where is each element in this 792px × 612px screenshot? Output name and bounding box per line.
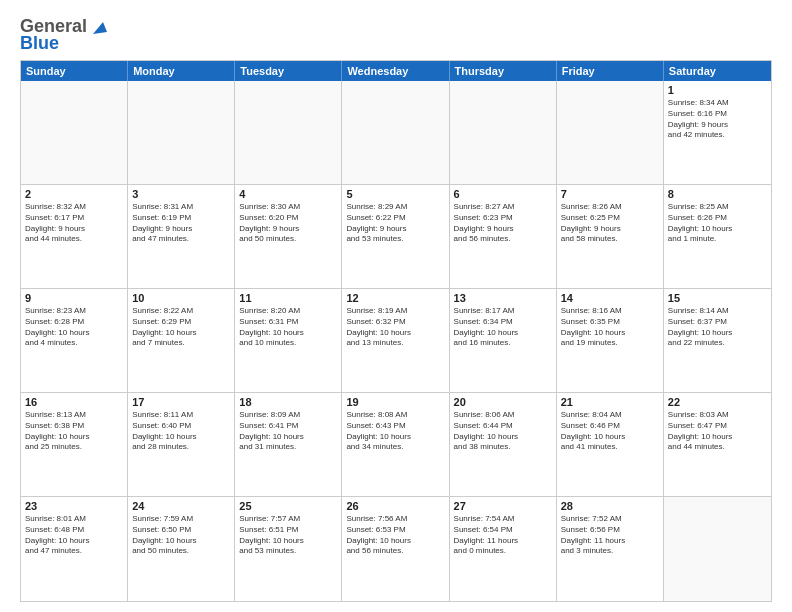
cell-info: Sunrise: 8:32 AM Sunset: 6:17 PM Dayligh… (25, 202, 123, 245)
day-number: 12 (346, 292, 444, 304)
calendar-cell (450, 81, 557, 184)
calendar-cell: 9Sunrise: 8:23 AM Sunset: 6:28 PM Daylig… (21, 289, 128, 392)
day-number: 24 (132, 500, 230, 512)
cell-info: Sunrise: 8:19 AM Sunset: 6:32 PM Dayligh… (346, 306, 444, 349)
cell-info: Sunrise: 7:52 AM Sunset: 6:56 PM Dayligh… (561, 514, 659, 557)
calendar-cell: 20Sunrise: 8:06 AM Sunset: 6:44 PM Dayli… (450, 393, 557, 496)
calendar-cell: 3Sunrise: 8:31 AM Sunset: 6:19 PM Daylig… (128, 185, 235, 288)
calendar-cell (342, 81, 449, 184)
day-number: 21 (561, 396, 659, 408)
calendar-cell: 17Sunrise: 8:11 AM Sunset: 6:40 PM Dayli… (128, 393, 235, 496)
logo: General Blue (20, 16, 107, 54)
calendar-row-2: 2Sunrise: 8:32 AM Sunset: 6:17 PM Daylig… (21, 185, 771, 289)
day-number: 7 (561, 188, 659, 200)
day-header-friday: Friday (557, 61, 664, 81)
logo-arrow-icon (89, 18, 107, 36)
day-number: 20 (454, 396, 552, 408)
calendar-cell: 2Sunrise: 8:32 AM Sunset: 6:17 PM Daylig… (21, 185, 128, 288)
page: General Blue SundayMondayTuesdayWednesda… (0, 0, 792, 612)
cell-info: Sunrise: 8:11 AM Sunset: 6:40 PM Dayligh… (132, 410, 230, 453)
day-number: 15 (668, 292, 767, 304)
calendar-cell: 4Sunrise: 8:30 AM Sunset: 6:20 PM Daylig… (235, 185, 342, 288)
calendar-cell (664, 497, 771, 601)
calendar-cell: 15Sunrise: 8:14 AM Sunset: 6:37 PM Dayli… (664, 289, 771, 392)
day-number: 16 (25, 396, 123, 408)
cell-info: Sunrise: 7:59 AM Sunset: 6:50 PM Dayligh… (132, 514, 230, 557)
calendar: SundayMondayTuesdayWednesdayThursdayFrid… (20, 60, 772, 602)
cell-info: Sunrise: 8:03 AM Sunset: 6:47 PM Dayligh… (668, 410, 767, 453)
cell-info: Sunrise: 8:27 AM Sunset: 6:23 PM Dayligh… (454, 202, 552, 245)
calendar-cell: 25Sunrise: 7:57 AM Sunset: 6:51 PM Dayli… (235, 497, 342, 601)
day-header-thursday: Thursday (450, 61, 557, 81)
cell-info: Sunrise: 8:06 AM Sunset: 6:44 PM Dayligh… (454, 410, 552, 453)
calendar-cell: 13Sunrise: 8:17 AM Sunset: 6:34 PM Dayli… (450, 289, 557, 392)
cell-info: Sunrise: 7:56 AM Sunset: 6:53 PM Dayligh… (346, 514, 444, 557)
calendar-row-4: 16Sunrise: 8:13 AM Sunset: 6:38 PM Dayli… (21, 393, 771, 497)
cell-info: Sunrise: 8:01 AM Sunset: 6:48 PM Dayligh… (25, 514, 123, 557)
cell-info: Sunrise: 8:08 AM Sunset: 6:43 PM Dayligh… (346, 410, 444, 453)
day-number: 27 (454, 500, 552, 512)
day-header-wednesday: Wednesday (342, 61, 449, 81)
day-number: 25 (239, 500, 337, 512)
calendar-cell: 27Sunrise: 7:54 AM Sunset: 6:54 PM Dayli… (450, 497, 557, 601)
cell-info: Sunrise: 8:30 AM Sunset: 6:20 PM Dayligh… (239, 202, 337, 245)
calendar-cell: 18Sunrise: 8:09 AM Sunset: 6:41 PM Dayli… (235, 393, 342, 496)
cell-info: Sunrise: 8:22 AM Sunset: 6:29 PM Dayligh… (132, 306, 230, 349)
day-number: 3 (132, 188, 230, 200)
calendar-cell: 21Sunrise: 8:04 AM Sunset: 6:46 PM Dayli… (557, 393, 664, 496)
calendar-cell: 28Sunrise: 7:52 AM Sunset: 6:56 PM Dayli… (557, 497, 664, 601)
header: General Blue (20, 16, 772, 54)
day-number: 10 (132, 292, 230, 304)
calendar-cell: 1Sunrise: 8:34 AM Sunset: 6:16 PM Daylig… (664, 81, 771, 184)
calendar-row-5: 23Sunrise: 8:01 AM Sunset: 6:48 PM Dayli… (21, 497, 771, 601)
day-number: 18 (239, 396, 337, 408)
day-number: 26 (346, 500, 444, 512)
cell-info: Sunrise: 7:57 AM Sunset: 6:51 PM Dayligh… (239, 514, 337, 557)
day-number: 28 (561, 500, 659, 512)
calendar-cell (128, 81, 235, 184)
cell-info: Sunrise: 8:17 AM Sunset: 6:34 PM Dayligh… (454, 306, 552, 349)
day-header-monday: Monday (128, 61, 235, 81)
calendar-cell: 26Sunrise: 7:56 AM Sunset: 6:53 PM Dayli… (342, 497, 449, 601)
cell-info: Sunrise: 8:16 AM Sunset: 6:35 PM Dayligh… (561, 306, 659, 349)
calendar-row-3: 9Sunrise: 8:23 AM Sunset: 6:28 PM Daylig… (21, 289, 771, 393)
calendar-cell (557, 81, 664, 184)
cell-info: Sunrise: 8:23 AM Sunset: 6:28 PM Dayligh… (25, 306, 123, 349)
day-header-saturday: Saturday (664, 61, 771, 81)
cell-info: Sunrise: 8:20 AM Sunset: 6:31 PM Dayligh… (239, 306, 337, 349)
calendar-cell: 8Sunrise: 8:25 AM Sunset: 6:26 PM Daylig… (664, 185, 771, 288)
calendar-cell: 24Sunrise: 7:59 AM Sunset: 6:50 PM Dayli… (128, 497, 235, 601)
cell-info: Sunrise: 8:34 AM Sunset: 6:16 PM Dayligh… (668, 98, 767, 141)
cell-info: Sunrise: 8:25 AM Sunset: 6:26 PM Dayligh… (668, 202, 767, 245)
cell-info: Sunrise: 8:26 AM Sunset: 6:25 PM Dayligh… (561, 202, 659, 245)
day-number: 5 (346, 188, 444, 200)
calendar-body: 1Sunrise: 8:34 AM Sunset: 6:16 PM Daylig… (21, 81, 771, 601)
cell-info: Sunrise: 8:09 AM Sunset: 6:41 PM Dayligh… (239, 410, 337, 453)
calendar-cell: 7Sunrise: 8:26 AM Sunset: 6:25 PM Daylig… (557, 185, 664, 288)
calendar-cell: 14Sunrise: 8:16 AM Sunset: 6:35 PM Dayli… (557, 289, 664, 392)
day-number: 2 (25, 188, 123, 200)
day-number: 4 (239, 188, 337, 200)
day-number: 17 (132, 396, 230, 408)
calendar-cell (235, 81, 342, 184)
calendar-cell: 12Sunrise: 8:19 AM Sunset: 6:32 PM Dayli… (342, 289, 449, 392)
day-number: 6 (454, 188, 552, 200)
day-number: 22 (668, 396, 767, 408)
day-number: 19 (346, 396, 444, 408)
cell-info: Sunrise: 8:31 AM Sunset: 6:19 PM Dayligh… (132, 202, 230, 245)
day-number: 11 (239, 292, 337, 304)
calendar-row-1: 1Sunrise: 8:34 AM Sunset: 6:16 PM Daylig… (21, 81, 771, 185)
cell-info: Sunrise: 8:04 AM Sunset: 6:46 PM Dayligh… (561, 410, 659, 453)
calendar-cell: 16Sunrise: 8:13 AM Sunset: 6:38 PM Dayli… (21, 393, 128, 496)
cell-info: Sunrise: 8:29 AM Sunset: 6:22 PM Dayligh… (346, 202, 444, 245)
calendar-cell: 6Sunrise: 8:27 AM Sunset: 6:23 PM Daylig… (450, 185, 557, 288)
calendar-cell: 19Sunrise: 8:08 AM Sunset: 6:43 PM Dayli… (342, 393, 449, 496)
day-number: 1 (668, 84, 767, 96)
day-header-sunday: Sunday (21, 61, 128, 81)
calendar-cell: 10Sunrise: 8:22 AM Sunset: 6:29 PM Dayli… (128, 289, 235, 392)
day-number: 9 (25, 292, 123, 304)
logo-blue-text: Blue (20, 33, 59, 54)
calendar-cell: 23Sunrise: 8:01 AM Sunset: 6:48 PM Dayli… (21, 497, 128, 601)
calendar-cell: 11Sunrise: 8:20 AM Sunset: 6:31 PM Dayli… (235, 289, 342, 392)
day-number: 13 (454, 292, 552, 304)
